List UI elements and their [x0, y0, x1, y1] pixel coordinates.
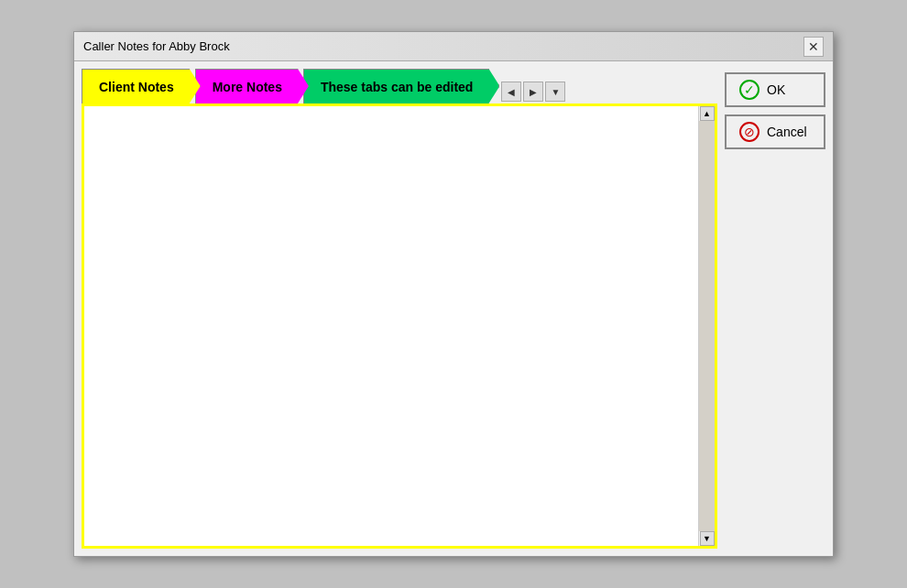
ok-icon: ✓ [739, 80, 759, 100]
caller-notes-dialog: Caller Notes for Abby Brock ✕ Client Not… [73, 31, 834, 557]
buttons-area: ✓ OK ⊘ Cancel [725, 69, 825, 549]
dialog-body: Client Notes More Notes These tabs can b… [74, 61, 833, 556]
tab-nav: ◀ ▶ ▼ [501, 82, 565, 103]
ok-label: OK [767, 82, 785, 97]
scrollbar: ▲ ▼ [698, 106, 715, 546]
cancel-button[interactable]: ⊘ Cancel [725, 114, 825, 149]
title-bar: Caller Notes for Abby Brock ✕ [74, 32, 833, 61]
tab-more-notes[interactable]: More Notes [195, 69, 309, 103]
notes-textarea[interactable] [84, 106, 698, 546]
main-area: Client Notes More Notes These tabs can b… [82, 69, 717, 549]
notes-area-wrapper: ▲ ▼ [82, 103, 717, 549]
tab-client-notes[interactable]: Client Notes [82, 69, 201, 103]
close-button[interactable]: ✕ [803, 37, 824, 57]
cancel-label: Cancel [767, 125, 807, 139]
ok-button[interactable]: ✓ OK [725, 72, 825, 107]
tab-these-tabs-editable[interactable]: These tabs can be edited [303, 69, 500, 103]
tab-next-button[interactable]: ▶ [523, 82, 543, 102]
scroll-track [699, 121, 715, 531]
scroll-up-button[interactable]: ▲ [700, 106, 715, 121]
tabs-row: Client Notes More Notes These tabs can b… [82, 69, 717, 103]
tab-prev-button[interactable]: ◀ [501, 82, 521, 102]
dialog-title: Caller Notes for Abby Brock [83, 39, 230, 53]
scroll-down-button[interactable]: ▼ [700, 531, 715, 546]
cancel-icon: ⊘ [739, 122, 759, 142]
tab-dropdown-button[interactable]: ▼ [545, 82, 565, 102]
